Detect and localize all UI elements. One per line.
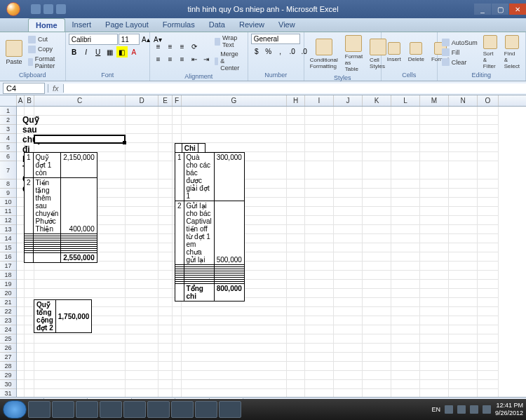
taskbar-app-icon[interactable] [147, 401, 170, 418]
column-header[interactable]: C [34, 95, 126, 106]
taskbar-app-icon[interactable] [123, 401, 146, 418]
row-header[interactable]: 26 [0, 344, 16, 353]
tray-icon[interactable] [445, 405, 453, 414]
column-header[interactable]: N [449, 95, 478, 106]
row-header[interactable]: 27 [0, 353, 16, 362]
row-header[interactable]: 11 [0, 207, 16, 216]
table-row[interactable]: Tổng chi800,000 [175, 284, 245, 302]
row-header[interactable]: 23 [0, 316, 16, 325]
table-row[interactable]: 2Tiền tặng thêm sau chuyến Phước Thiện40… [25, 178, 97, 234]
sort-filter-button[interactable]: Sort & Filter [480, 34, 500, 71]
cells-area[interactable]: Quỹ sau chuyến đi Phước Thiện - Quỹ đợt … [17, 107, 526, 397]
row-header[interactable]: 6 [0, 152, 16, 161]
maximize-button[interactable]: ▢ [492, 4, 508, 15]
format-as-table-button[interactable]: Format as Table [342, 34, 365, 74]
column-header[interactable]: J [334, 95, 363, 106]
increase-decimal-icon[interactable]: .0 [287, 46, 298, 57]
cut-button[interactable]: Cut [27, 35, 62, 44]
row-header[interactable]: 4 [0, 134, 16, 143]
tab-insert[interactable]: Insert [65, 18, 99, 32]
table-row[interactable]: 2,550,000 [25, 253, 97, 263]
clear-button[interactable]: Clear [440, 57, 479, 67]
merge-center-button[interactable]: Merge & Center [213, 50, 245, 72]
column-header[interactable]: O [478, 95, 499, 106]
column-header[interactable]: I [305, 95, 334, 106]
tab-home[interactable]: Home [28, 18, 65, 32]
row-header[interactable]: 5 [0, 143, 16, 152]
autosum-button[interactable]: AutoSum [440, 38, 479, 47]
conditional-formatting-button[interactable]: Conditional Formatting [307, 37, 341, 71]
column-header[interactable]: E [159, 95, 173, 106]
indent-decrease-icon[interactable]: ⇤ [189, 54, 200, 65]
column-header[interactable]: B [25, 95, 34, 106]
row-header[interactable]: 19 [0, 280, 16, 289]
currency-icon[interactable]: $ [251, 46, 262, 57]
find-select-button[interactable]: Find & Select [501, 34, 522, 71]
row-header[interactable]: 20 [0, 289, 16, 298]
row-header[interactable]: 30 [0, 380, 16, 389]
row-header[interactable]: 8 [0, 179, 16, 189]
name-box[interactable] [3, 83, 45, 94]
align-top-icon[interactable]: ≡ [153, 41, 164, 53]
column-header[interactable]: A [17, 95, 25, 106]
tab-data[interactable]: Data [202, 18, 232, 32]
format-painter-button[interactable]: Format Painter [27, 55, 62, 70]
office-button[interactable] [0, 0, 27, 18]
italic-button[interactable]: I [81, 46, 92, 57]
orientation-icon[interactable]: ⟳ [189, 41, 200, 53]
taskbar-app-icon[interactable] [171, 401, 194, 418]
tray-icon[interactable] [470, 405, 478, 414]
column-header[interactable]: M [420, 95, 449, 106]
spreadsheet-grid[interactable]: ABCDEFGHIJKLMNO 123456789101112131415161… [0, 95, 526, 397]
taskbar-app-icon[interactable] [76, 401, 98, 418]
row-header[interactable]: 3 [0, 125, 16, 134]
column-header[interactable]: K [363, 95, 391, 106]
undo-icon[interactable] [43, 4, 53, 14]
row-header[interactable]: 29 [0, 371, 16, 380]
row-header[interactable]: 2 [0, 116, 16, 125]
save-icon[interactable] [31, 4, 41, 14]
font-size-select[interactable] [119, 34, 140, 45]
table-row[interactable]: 2Gửi lại cho bác Captival tiền off từ đợ… [175, 201, 245, 265]
underline-button[interactable]: U [93, 46, 104, 57]
minimize-button[interactable]: _ [474, 4, 491, 15]
column-header[interactable]: D [126, 95, 159, 106]
taskbar-app-icon[interactable] [100, 401, 122, 418]
tab-review[interactable]: Review [232, 18, 271, 32]
insert-cells-button[interactable]: Insert [384, 41, 404, 64]
row-header[interactable]: 15 [0, 243, 16, 252]
bold-button[interactable]: B [69, 46, 80, 57]
column-header[interactable]: G [182, 95, 287, 106]
comma-icon[interactable]: , [275, 46, 286, 57]
taskbar-app-icon[interactable] [195, 401, 217, 418]
fx-icon[interactable]: fx [48, 84, 64, 93]
taskbar-app-icon[interactable] [219, 401, 241, 418]
row-header[interactable]: 14 [0, 234, 16, 243]
align-center-icon[interactable]: ≡ [165, 54, 176, 65]
number-format-select[interactable] [251, 34, 300, 44]
redo-icon[interactable] [56, 4, 66, 14]
fill-color-button[interactable]: ◧ [116, 46, 128, 57]
row-header[interactable]: 12 [0, 216, 16, 225]
table-row[interactable]: 1Quỹ đợt 1 còn2,150,000 [25, 153, 97, 178]
percent-icon[interactable]: % [263, 46, 274, 57]
row-header[interactable]: 1 [0, 107, 16, 116]
copy-button[interactable]: Copy [27, 45, 62, 54]
align-bottom-icon[interactable]: ≡ [177, 41, 188, 53]
row-header[interactable]: 17 [0, 262, 16, 271]
font-family-select[interactable] [69, 34, 118, 45]
row-header[interactable]: 22 [0, 307, 16, 316]
border-button[interactable]: ▦ [104, 46, 116, 57]
align-right-icon[interactable]: ≡ [177, 54, 188, 65]
row-header[interactable]: 18 [0, 271, 16, 280]
row-header[interactable]: 21 [0, 298, 16, 307]
table-row[interactable]: 1Quà cho các bác được giải đợt 1300,000 [175, 153, 245, 201]
tab-formulas[interactable]: Formulas [156, 18, 202, 32]
font-color-button[interactable]: A [128, 46, 140, 57]
tab-view[interactable]: View [271, 18, 302, 32]
taskbar-app-icon[interactable] [52, 401, 74, 418]
wrap-text-button[interactable]: Wrap Text [213, 34, 245, 49]
language-indicator[interactable]: EN [431, 406, 440, 413]
close-button[interactable]: ✕ [509, 4, 526, 15]
row-header[interactable]: 24 [0, 325, 16, 334]
